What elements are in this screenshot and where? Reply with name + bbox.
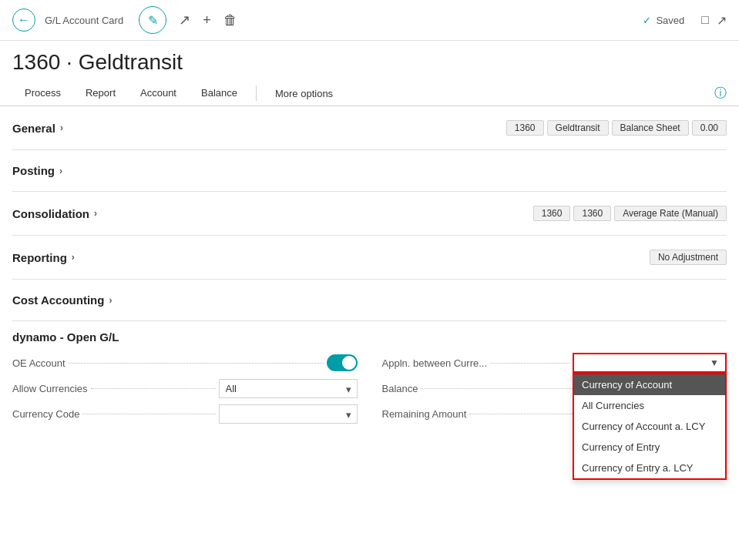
balance-label: Balance [382, 383, 418, 394]
reporting-section-header[interactable]: Reporting › No Adjustment [12, 243, 727, 271]
tab-process[interactable]: Process [12, 81, 73, 106]
allow-currencies-dots [91, 388, 216, 389]
tab-separator [256, 86, 257, 101]
reporting-chevron-icon: › [72, 252, 75, 263]
consolidation-section-header[interactable]: Consolidation › 1360 1360 Average Rate (… [12, 200, 727, 227]
allow-currencies-select-wrapper: All Local Currency Foreign Currency [219, 379, 358, 398]
appln-option-2[interactable]: Currency of Account a. LCY [574, 416, 725, 437]
appln-option-0[interactable]: Currency of Account [574, 374, 725, 395]
consolidation-badge-0: 1360 [533, 206, 571, 221]
general-badge-0: 1360 [506, 120, 544, 136]
share-button[interactable]: ↗ [179, 12, 190, 29]
oe-account-toggle[interactable] [327, 354, 358, 371]
back-button[interactable]: ← [12, 8, 35, 32]
appln-option-1[interactable]: All Currencies [574, 395, 725, 416]
page-title: 1360 · Geldtransit [0, 41, 739, 81]
appln-dots [490, 363, 569, 364]
allow-currencies-label: Allow Currencies [12, 383, 88, 394]
window-icons: □ ↗ [701, 13, 727, 28]
reporting-badges: No Adjustment [650, 250, 727, 265]
cost-accounting-section-title: Cost Accounting › [12, 293, 112, 307]
remaining-amount-label: Remaining Amount [382, 408, 467, 420]
allow-currencies-select[interactable]: All Local Currency Foreign Currency [219, 379, 358, 398]
general-section-header[interactable]: General › 1360 Geldtransit Balance Sheet… [12, 114, 727, 142]
appln-dropdown-container: ▼ Currency of Account All Currencies Cur… [573, 353, 727, 373]
appln-dropdown-menu: Currency of Account All Currencies Curre… [573, 373, 727, 480]
posting-section: Posting › [12, 150, 727, 192]
reporting-badge-0: No Adjustment [650, 250, 727, 265]
general-chevron-icon: › [60, 122, 63, 133]
cost-accounting-section: Cost Accounting › [12, 280, 727, 321]
reporting-section-title: Reporting › [12, 251, 75, 264]
consolidation-badge-1: 1360 [573, 206, 611, 221]
oe-account-label: OE Account [12, 357, 66, 369]
nav-tabs: Process Report Account Balance More opti… [0, 81, 739, 106]
edit-button[interactable]: ✎ [139, 6, 166, 34]
saved-label: Saved [656, 15, 684, 26]
appln-field: Appln. between Curre... ▼ Currency of Ac… [382, 353, 727, 373]
appln-chevron-icon: ▼ [710, 357, 719, 368]
dynamo-section-title: dynamo - Open G/L [12, 330, 727, 344]
oe-account-dots [69, 363, 324, 364]
appln-label: Appln. between Curre... [382, 357, 488, 369]
reporting-section: Reporting › No Adjustment [12, 236, 727, 280]
dynamo-field-grid: OE Account Appln. between Curre... ▼ Cur… [12, 353, 727, 424]
consolidation-section-title: Consolidation › [12, 207, 97, 220]
general-badge-3: 0.00 [692, 120, 727, 136]
consolidation-badges: 1360 1360 Average Rate (Manual) [533, 206, 727, 221]
currency-code-select-wrapper [219, 404, 358, 424]
general-section-title: General › [12, 122, 63, 135]
fullscreen-icon[interactable]: ↗ [717, 13, 727, 28]
general-badge-1: Geldtransit [547, 120, 609, 136]
appln-option-4[interactable]: Currency of Entry a. LCY [574, 458, 725, 478]
tab-balance[interactable]: Balance [189, 81, 250, 106]
more-options-button[interactable]: More options [263, 82, 345, 106]
general-badges: 1360 Geldtransit Balance Sheet 0.00 [506, 120, 727, 136]
delete-button[interactable]: 🗑 [223, 12, 237, 29]
allow-currencies-field: Allow Currencies All Local Currency Fore… [12, 379, 358, 398]
cost-accounting-section-header[interactable]: Cost Accounting › [12, 287, 727, 313]
general-section: General › 1360 Geldtransit Balance Sheet… [12, 106, 727, 150]
toolbar-icons: ✎ ↗ + 🗑 [139, 6, 237, 34]
currency-code-select[interactable] [219, 404, 358, 424]
appln-dropdown-trigger[interactable]: ▼ [573, 353, 727, 373]
posting-section-header[interactable]: Posting › [12, 158, 727, 183]
expand-icon[interactable]: □ [701, 13, 709, 28]
info-icon[interactable]: ⓘ [714, 86, 727, 102]
main-content: General › 1360 Geldtransit Balance Sheet… [0, 106, 739, 558]
dynamo-section: dynamo - Open G/L OE Account Appln. betw… [12, 321, 727, 433]
consolidation-chevron-icon: › [94, 208, 97, 219]
consolidation-section: Consolidation › 1360 1360 Average Rate (… [12, 192, 727, 236]
oe-account-field: OE Account [12, 353, 358, 373]
tab-report[interactable]: Report [73, 81, 128, 106]
checkmark-icon: ✓ [643, 15, 651, 26]
top-bar: ← G/L Account Card ✎ ↗ + 🗑 ✓ Saved □ ↗ [0, 0, 739, 41]
consolidation-badge-2: Average Rate (Manual) [614, 206, 727, 221]
appln-option-3[interactable]: Currency of Entry [574, 437, 725, 458]
cost-accounting-chevron-icon: › [109, 295, 112, 306]
breadcrumb: G/L Account Card [45, 15, 123, 26]
currency-code-label: Currency Code [12, 408, 79, 420]
currency-code-field: Currency Code [12, 404, 358, 424]
currency-code-dots [82, 414, 215, 414]
add-button[interactable]: + [203, 12, 211, 29]
posting-chevron-icon: › [59, 166, 62, 176]
posting-section-title: Posting › [12, 164, 62, 177]
general-badge-2: Balance Sheet [612, 120, 689, 136]
tab-account[interactable]: Account [128, 81, 189, 106]
saved-status: ✓ Saved □ ↗ [643, 13, 727, 28]
